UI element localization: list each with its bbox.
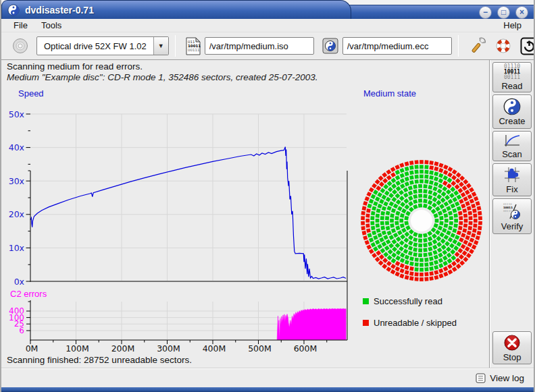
medium-state-disc: [359, 159, 484, 283]
svg-text:30x: 30x: [9, 176, 24, 186]
svg-text:400M: 400M: [203, 343, 226, 354]
verify-button[interactable]: 01110 10011 00111 Verify: [492, 198, 532, 234]
yin-yang-icon: [503, 98, 521, 115]
drive-selector[interactable]: Optical drive 52X FW 1.02 ▼: [36, 36, 169, 55]
view-log-label: View log: [490, 373, 524, 383]
svg-text:40x: 40x: [9, 142, 24, 152]
app-yinyang-icon: [7, 4, 20, 16]
read-button[interactable]: 01110 10011 00111 Read: [492, 62, 532, 92]
menu-help[interactable]: Help: [498, 20, 527, 31]
menu-tools[interactable]: Tools: [36, 20, 67, 31]
svg-text:10x: 10x: [9, 243, 24, 253]
svg-text:0M: 0M: [26, 343, 39, 354]
green-swatch-icon: [363, 298, 369, 304]
window-bottom-border: [1, 387, 534, 392]
binary-yinyang-icon: 01110 10011 00111: [502, 202, 522, 221]
scan-button[interactable]: Scan: [492, 131, 532, 161]
scan-result-text: Scanning finished: 28752 unreadable sect…: [7, 355, 192, 365]
toolbar-separator: [458, 35, 459, 57]
toolbar-separator: [175, 35, 176, 57]
binary-lines-icon: 01110 10011 00111: [504, 64, 520, 80]
titlebar: dvdisaster-0.71 − □ ×: [1, 0, 534, 19]
svg-text:600M: 600M: [294, 343, 317, 354]
ecc-path-field[interactable]: [342, 37, 452, 55]
svg-text:500M: 500M: [248, 343, 272, 354]
legend-item-read: Successfully read: [363, 296, 442, 306]
main-content: Scanning medium for read errors. Medium …: [1, 60, 489, 368]
iso-file-icon: 011 10011 00111: [186, 37, 201, 55]
chevron-down-icon[interactable]: ▼: [153, 37, 168, 55]
svg-text:400: 400: [9, 306, 24, 316]
svg-text:300M: 300M: [157, 343, 180, 354]
menubar: File Tools Help: [1, 19, 534, 32]
svg-text:100M: 100M: [66, 343, 89, 354]
maximize-button[interactable]: □: [497, 6, 510, 19]
iso-path-field[interactable]: [205, 37, 314, 55]
svg-text:0x: 0x: [14, 277, 24, 287]
ecc-file-icon: [322, 38, 338, 54]
legend-label-unreadable: Unreadable / skipped: [374, 318, 457, 328]
window-title: dvdisaster-0.71: [25, 5, 94, 16]
app-window: dvdisaster-0.71 − □ × File Tools Help Op…: [0, 0, 535, 392]
legend-label-read: Successfully read: [374, 296, 442, 306]
close-button[interactable]: ×: [515, 6, 528, 19]
titlebar-tab: dvdisaster-0.71: [1, 0, 351, 19]
red-swatch-icon: [363, 320, 369, 326]
toolbar: Optical drive 52X FW 1.02 ▼ 011 10011 00…: [1, 32, 534, 60]
help-lifebuoy-icon[interactable]: [494, 37, 512, 55]
quit-power-icon[interactable]: [520, 37, 535, 55]
svg-text:00111: 00111: [188, 48, 200, 52]
stop-button[interactable]: Stop: [492, 331, 532, 364]
footer-bar: View log: [1, 368, 534, 387]
fix-button[interactable]: Fix: [492, 163, 532, 196]
view-log-button[interactable]: View log: [476, 373, 524, 383]
drive-selector-value: Optical drive 52X FW 1.02: [37, 41, 153, 51]
svg-text:00111: 00111: [503, 209, 512, 213]
cd-drive-icon: [12, 38, 28, 54]
svg-text:50x: 50x: [9, 109, 24, 119]
preferences-wrench-icon[interactable]: [469, 36, 486, 55]
create-button[interactable]: Create: [492, 94, 532, 129]
action-sidebar: 01110 10011 00111 Read Create: [490, 60, 534, 368]
log-list-icon: [476, 373, 486, 383]
puzzle-piece-icon: [503, 166, 521, 184]
svg-text:20x: 20x: [9, 209, 24, 219]
minimize-button[interactable]: −: [479, 6, 492, 19]
stop-x-icon: [503, 334, 521, 352]
curve-chart-icon: [503, 134, 521, 148]
svg-text:200M: 200M: [111, 343, 135, 354]
legend-item-unreadable: Unreadable / skipped: [363, 318, 457, 328]
menu-file[interactable]: File: [8, 20, 33, 31]
